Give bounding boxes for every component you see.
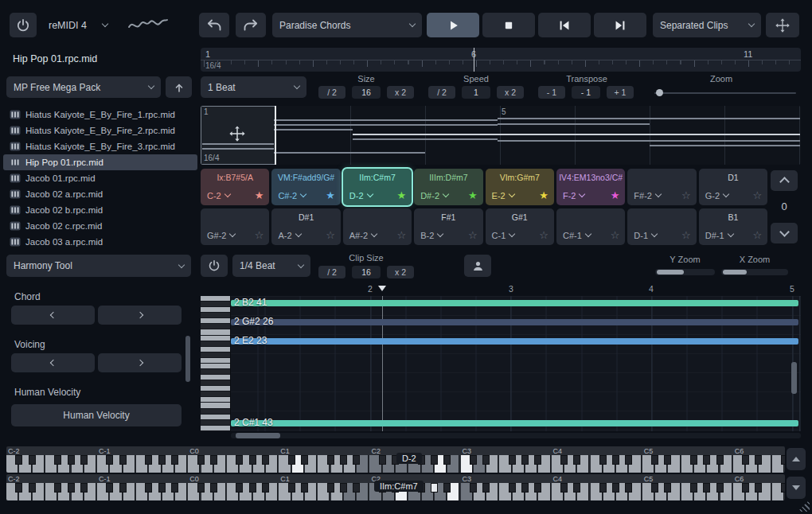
speed-halve-button[interactable]: / 2 (428, 86, 455, 99)
black-key[interactable] (612, 483, 619, 493)
star-icon[interactable]: ★ (539, 190, 548, 201)
clip-overview[interactable]: 1 5 16/4 (201, 106, 801, 165)
black-key[interactable] (197, 483, 205, 493)
file-list-item[interactable]: Jacob 03 a.rpc.mid (3, 234, 197, 247)
black-key[interactable] (534, 455, 541, 465)
black-key[interactable] (612, 455, 619, 465)
black-key[interactable] (15, 483, 22, 493)
mini-black-key[interactable] (201, 313, 230, 318)
black-key[interactable] (573, 483, 580, 493)
mini-black-key[interactable] (201, 324, 230, 329)
star-icon[interactable]: ☆ (539, 230, 548, 240)
mini-white-key[interactable] (201, 296, 230, 302)
black-key[interactable] (353, 455, 360, 465)
mini-white-key[interactable] (201, 318, 230, 324)
black-key[interactable] (379, 455, 386, 465)
black-key[interactable] (158, 455, 166, 465)
trigger-note-dropdown[interactable]: D-2 (349, 191, 373, 201)
tool-dropdown[interactable]: Harmony Tool (6, 255, 191, 277)
power-button[interactable] (10, 13, 37, 37)
star-icon[interactable]: ☆ (752, 190, 762, 201)
file-list-item[interactable]: Jacob 02 a.rpc.mid (3, 186, 197, 202)
star-icon[interactable]: ☆ (752, 230, 762, 240)
playhead-marker[interactable] (378, 286, 386, 291)
mini-white-key[interactable] (201, 426, 230, 431)
black-key[interactable] (781, 483, 785, 493)
black-key[interactable] (340, 455, 347, 465)
file-list-item[interactable]: Jacob 01.rpc.mid (3, 170, 197, 186)
black-key[interactable] (288, 483, 295, 493)
black-key[interactable] (197, 455, 205, 465)
grid-octave-down-button[interactable] (771, 223, 798, 243)
size-double-button[interactable]: x 2 (387, 86, 414, 99)
file-list-item[interactable]: Jacob 02 b.rpc.mid (3, 202, 197, 218)
black-key[interactable] (560, 455, 568, 465)
undo-button[interactable] (199, 13, 229, 37)
black-key[interactable] (119, 483, 127, 493)
black-key[interactable] (534, 483, 541, 493)
clip-size-halve-button[interactable]: / 2 (318, 266, 345, 278)
black-key[interactable] (29, 455, 36, 465)
piano-roll-grid[interactable]: 2 B2 41 2 G#2 26 2 E2 23 2 C#1 43 (231, 296, 801, 431)
trigger-note-dropdown[interactable]: D#-2 (420, 191, 448, 201)
roll-beat-dropdown[interactable]: 1/4 Beat (232, 255, 310, 277)
trigger-note-dropdown[interactable]: C#-2 (278, 191, 306, 201)
mini-white-key[interactable] (201, 307, 230, 313)
roll-power-button[interactable] (201, 255, 228, 277)
beat-length-dropdown[interactable]: 1 Beat (201, 76, 306, 98)
speed-value[interactable]: 1 (462, 86, 490, 99)
clip-size-double-button[interactable]: x 2 (387, 266, 414, 278)
mini-black-key[interactable] (201, 369, 230, 375)
y-zoom-handle[interactable] (657, 270, 684, 275)
mini-black-key[interactable] (201, 380, 230, 386)
black-key[interactable] (521, 483, 529, 493)
chord-pad[interactable]: IIIm:D#m7D#-2★ (414, 169, 482, 205)
chord-pad[interactable]: C#-1☆ (556, 208, 625, 245)
upper-keyboard[interactable]: D-2 C-2C-1C0C1C2C3C4C5C6 (6, 446, 785, 473)
star-icon[interactable]: ★ (468, 190, 478, 201)
play-button[interactable] (427, 13, 479, 37)
roll-hscrollbar[interactable] (231, 433, 801, 438)
mini-white-key[interactable] (201, 386, 230, 391)
black-key[interactable] (353, 483, 360, 493)
mini-black-key[interactable] (201, 420, 230, 426)
mini-white-key[interactable] (201, 397, 230, 403)
star-icon[interactable]: ☆ (397, 230, 407, 240)
clip-size-value[interactable]: 16 (352, 266, 381, 278)
black-key[interactable] (651, 455, 658, 465)
voicing-next-button[interactable] (98, 353, 182, 372)
trigger-note-dropdown[interactable]: E-2 (492, 191, 514, 201)
black-key[interactable] (716, 455, 724, 465)
y-zoom-slider[interactable] (655, 269, 715, 275)
black-key[interactable] (119, 455, 127, 465)
mini-white-key[interactable] (201, 403, 230, 408)
black-key[interactable] (288, 455, 295, 465)
human-velocity-button[interactable]: Human Velocity (11, 404, 182, 426)
mini-white-key[interactable] (201, 358, 230, 364)
trigger-note-dropdown[interactable]: D#-1 (705, 231, 733, 240)
roll-vscroll-handle[interactable] (791, 362, 797, 394)
black-key[interactable] (301, 455, 308, 465)
chord-pad[interactable]: D1G-2☆ (699, 169, 767, 205)
black-key[interactable] (664, 483, 671, 493)
chord-pad[interactable]: G#1C-1☆ (486, 208, 554, 245)
star-icon[interactable]: ★ (397, 190, 407, 201)
chord-pad[interactable]: Ix:B7#5/AC-2★ (201, 169, 269, 205)
chord-next-button[interactable] (98, 306, 182, 325)
chord-pad[interactable]: F#-2☆ (627, 169, 696, 205)
mini-white-key[interactable] (201, 336, 230, 341)
black-key[interactable] (106, 483, 113, 493)
size-halve-button[interactable]: / 2 (318, 86, 345, 99)
black-key[interactable] (482, 455, 490, 465)
trigger-note-dropdown[interactable]: D-1 (634, 231, 657, 240)
move-clips-button[interactable] (766, 13, 799, 37)
black-key[interactable] (560, 483, 568, 493)
black-key[interactable] (755, 455, 762, 465)
chord-pad[interactable]: IIm:C#m7D-2★ (343, 169, 412, 205)
size-value[interactable]: 16 (352, 86, 381, 99)
chord-pad[interactable]: F#1B-2☆ (414, 208, 482, 245)
redo-button[interactable] (236, 13, 266, 37)
star-icon[interactable]: ☆ (611, 230, 620, 240)
black-key[interactable] (625, 455, 632, 465)
black-key[interactable] (171, 455, 178, 465)
